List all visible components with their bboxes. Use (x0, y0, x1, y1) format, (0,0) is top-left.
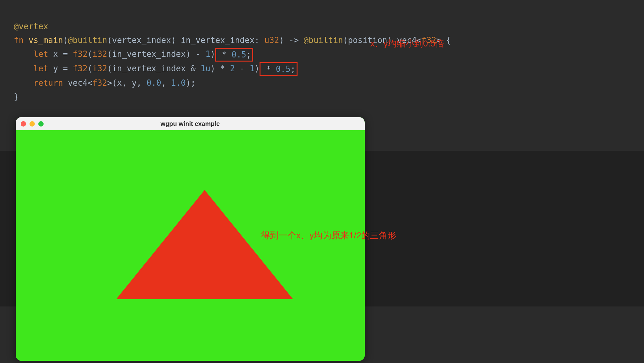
annotation-scale-note: x、y均缩小到0.5倍 (370, 38, 444, 50)
code-token-attr: @vertex (14, 22, 48, 31)
code-token: >(x, y, (107, 78, 146, 88)
render-canvas (16, 130, 365, 361)
code-token-number: 0.5 (276, 64, 291, 74)
code-token: ( (63, 35, 68, 45)
code-token-type: u32 (264, 35, 279, 45)
code-token: vec4 (68, 78, 88, 88)
code-token: ) (255, 64, 260, 73)
code-token: , (161, 78, 171, 88)
code-token: ; (246, 50, 251, 59)
code-token-close-brace: } (14, 92, 19, 101)
code-token: * (261, 64, 276, 74)
code-token-type: f32 (92, 78, 107, 88)
code-token: < (88, 78, 93, 88)
code-token-number: 1u (201, 64, 210, 73)
code-token: ) -> (279, 35, 303, 45)
triangle-shape (116, 190, 293, 299)
code-token: - (235, 64, 250, 73)
code-token-fn-name: vs_main (29, 35, 63, 45)
code-token-number: 2 (230, 64, 235, 73)
code-token: ) * (210, 64, 230, 73)
code-token-fn-kw: fn (14, 35, 29, 45)
highlight-box-y: * 0.5; (260, 62, 298, 76)
code-token-type: i32 (92, 64, 107, 73)
code-token: * (217, 50, 232, 59)
code-token: (in_vertex_index & (107, 64, 200, 73)
code-token: ); (186, 78, 196, 88)
code-token: (in_vertex_index) - (107, 49, 205, 59)
code-token: ( (88, 64, 93, 73)
code-token-type: i32 (92, 49, 107, 59)
highlight-box-x: * 0.5; (215, 48, 254, 62)
code-token-number: 1 (206, 49, 211, 59)
annotation-triangle-note: 得到一个x、y均为原来1/2的三角形 (261, 230, 396, 241)
code-token: ; (291, 64, 296, 74)
code-token-number: 1 (250, 64, 255, 73)
code-editor: @vertex fn vs_main(@builtin(vertex_index… (0, 0, 644, 104)
code-token-builtin: @builtin (304, 35, 343, 45)
code-token-type: f32 (73, 49, 88, 59)
code-token-type: f32 (73, 64, 88, 73)
code-token-builtin: @builtin (68, 35, 107, 45)
code-token-number: 1.0 (171, 78, 186, 88)
code-token: ( (88, 49, 93, 59)
code-token-number: 0.0 (147, 78, 161, 88)
code-token: ) (210, 49, 215, 59)
code-token-let: let (14, 49, 53, 59)
window-title: wgpu winit example (16, 120, 365, 127)
code-token: (vertex_index) in_vertex_index: (107, 35, 264, 45)
code-token: y = (53, 64, 73, 73)
code-token-number: 0.5 (232, 50, 246, 59)
code-token-return: return (14, 78, 68, 88)
window-titlebar[interactable]: wgpu winit example (16, 117, 365, 130)
code-token-let: let (14, 64, 53, 73)
code-token: x = (53, 49, 73, 59)
